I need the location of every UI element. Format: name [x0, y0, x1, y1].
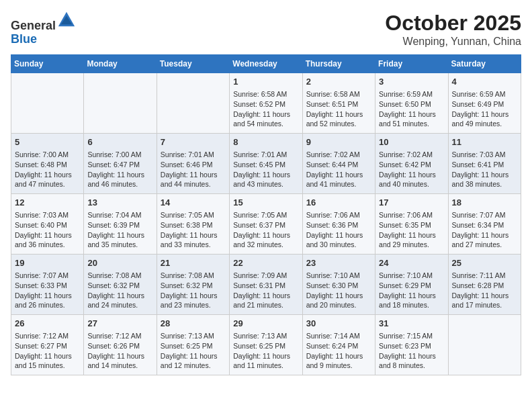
day-info: Sunrise: 7:02 AM Sunset: 6:42 PM Dayligh… [379, 150, 444, 189]
day-cell-8: 8Sunrise: 7:01 AM Sunset: 6:45 PM Daylig… [230, 134, 302, 194]
day-cell-2: 2Sunrise: 6:58 AM Sunset: 6:51 PM Daylig… [302, 73, 375, 134]
day-info: Sunrise: 7:05 AM Sunset: 6:38 PM Dayligh… [161, 210, 226, 250]
day-cell-21: 21Sunrise: 7:08 AM Sunset: 6:32 PM Dayli… [157, 255, 229, 315]
day-info: Sunrise: 7:10 AM Sunset: 6:30 PM Dayligh… [306, 271, 371, 310]
logo-icon [57, 11, 76, 30]
day-cell-3: 3Sunrise: 6:59 AM Sunset: 6:50 PM Daylig… [375, 73, 448, 134]
location-subtitle: Wenping, Yunnan, China [385, 36, 521, 48]
day-info: Sunrise: 7:14 AM Sunset: 6:24 PM Dayligh… [306, 331, 371, 371]
weekday-saturday: Saturday [448, 55, 521, 73]
day-number: 10 [379, 136, 444, 148]
day-number: 24 [379, 257, 444, 269]
day-number: 16 [306, 197, 371, 209]
day-number: 14 [161, 197, 226, 209]
day-info: Sunrise: 7:02 AM Sunset: 6:44 PM Dayligh… [306, 150, 371, 189]
day-cell-4: 4Sunrise: 6:59 AM Sunset: 6:49 PM Daylig… [448, 73, 521, 134]
day-number: 7 [161, 136, 226, 148]
day-cell-7: 7Sunrise: 7:01 AM Sunset: 6:46 PM Daylig… [157, 134, 229, 194]
weekday-monday: Monday [84, 55, 157, 73]
day-cell-25: 25Sunrise: 7:11 AM Sunset: 6:28 PM Dayli… [448, 255, 521, 315]
empty-cell [448, 315, 521, 375]
day-info: Sunrise: 7:05 AM Sunset: 6:37 PM Dayligh… [233, 210, 298, 250]
calendar-header: SundayMondayTuesdayWednesdayThursdayFrid… [11, 55, 521, 73]
day-number: 11 [452, 136, 517, 148]
day-cell-31: 31Sunrise: 7:15 AM Sunset: 6:23 PM Dayli… [375, 315, 448, 375]
day-number: 5 [15, 136, 80, 148]
day-cell-28: 28Sunrise: 7:13 AM Sunset: 6:25 PM Dayli… [157, 315, 229, 375]
empty-cell [157, 73, 229, 134]
logo: General Blue [11, 11, 76, 46]
day-number: 4 [452, 76, 517, 88]
day-number: 25 [452, 257, 517, 269]
day-info: Sunrise: 6:59 AM Sunset: 6:50 PM Dayligh… [379, 89, 444, 129]
day-info: Sunrise: 7:08 AM Sunset: 6:32 PM Dayligh… [161, 271, 226, 310]
weekday-row: SundayMondayTuesdayWednesdayThursdayFrid… [11, 55, 521, 73]
day-number: 27 [87, 318, 152, 330]
day-cell-15: 15Sunrise: 7:05 AM Sunset: 6:37 PM Dayli… [230, 194, 302, 255]
day-cell-27: 27Sunrise: 7:12 AM Sunset: 6:26 PM Dayli… [84, 315, 157, 375]
day-info: Sunrise: 7:07 AM Sunset: 6:34 PM Dayligh… [452, 210, 517, 250]
day-cell-23: 23Sunrise: 7:10 AM Sunset: 6:30 PM Dayli… [302, 255, 375, 315]
week-row-3: 12Sunrise: 7:03 AM Sunset: 6:40 PM Dayli… [11, 194, 521, 255]
day-number: 17 [379, 197, 444, 209]
day-cell-16: 16Sunrise: 7:06 AM Sunset: 6:36 PM Dayli… [302, 194, 375, 255]
day-cell-30: 30Sunrise: 7:14 AM Sunset: 6:24 PM Dayli… [302, 315, 375, 375]
day-info: Sunrise: 7:00 AM Sunset: 6:47 PM Dayligh… [87, 150, 152, 189]
day-cell-18: 18Sunrise: 7:07 AM Sunset: 6:34 PM Dayli… [448, 194, 521, 255]
day-info: Sunrise: 7:00 AM Sunset: 6:48 PM Dayligh… [15, 150, 80, 189]
day-number: 13 [87, 197, 152, 209]
day-number: 29 [233, 318, 298, 330]
day-cell-20: 20Sunrise: 7:08 AM Sunset: 6:32 PM Dayli… [84, 255, 157, 315]
calendar-table: SundayMondayTuesdayWednesdayThursdayFrid… [11, 54, 521, 375]
page-header: General Blue October 2025 Wenping, Yunna… [11, 11, 521, 48]
weekday-sunday: Sunday [11, 55, 84, 73]
weekday-tuesday: Tuesday [157, 55, 229, 73]
day-number: 26 [15, 318, 80, 330]
day-info: Sunrise: 7:10 AM Sunset: 6:29 PM Dayligh… [379, 271, 444, 310]
day-number: 3 [379, 76, 444, 88]
day-cell-1: 1Sunrise: 6:58 AM Sunset: 6:52 PM Daylig… [230, 73, 302, 134]
weekday-friday: Friday [375, 55, 448, 73]
day-info: Sunrise: 7:09 AM Sunset: 6:31 PM Dayligh… [233, 271, 298, 310]
day-info: Sunrise: 7:13 AM Sunset: 6:25 PM Dayligh… [161, 331, 226, 371]
day-info: Sunrise: 7:11 AM Sunset: 6:28 PM Dayligh… [452, 271, 517, 310]
day-number: 2 [306, 76, 371, 88]
day-info: Sunrise: 6:58 AM Sunset: 6:52 PM Dayligh… [233, 89, 298, 129]
day-cell-12: 12Sunrise: 7:03 AM Sunset: 6:40 PM Dayli… [11, 194, 84, 255]
day-cell-24: 24Sunrise: 7:10 AM Sunset: 6:29 PM Dayli… [375, 255, 448, 315]
day-number: 31 [379, 318, 444, 330]
empty-cell [84, 73, 157, 134]
day-info: Sunrise: 7:12 AM Sunset: 6:27 PM Dayligh… [15, 331, 80, 371]
day-cell-14: 14Sunrise: 7:05 AM Sunset: 6:38 PM Dayli… [157, 194, 229, 255]
day-number: 22 [233, 257, 298, 269]
day-info: Sunrise: 7:12 AM Sunset: 6:26 PM Dayligh… [87, 331, 152, 371]
day-info: Sunrise: 7:06 AM Sunset: 6:35 PM Dayligh… [379, 210, 444, 250]
empty-cell [11, 73, 84, 134]
day-number: 12 [15, 197, 80, 209]
day-info: Sunrise: 7:01 AM Sunset: 6:46 PM Dayligh… [161, 150, 226, 189]
day-number: 18 [452, 197, 517, 209]
title-block: October 2025 Wenping, Yunnan, China [385, 11, 521, 48]
day-info: Sunrise: 6:59 AM Sunset: 6:49 PM Dayligh… [452, 89, 517, 129]
day-number: 30 [306, 318, 371, 330]
day-info: Sunrise: 7:04 AM Sunset: 6:39 PM Dayligh… [87, 210, 152, 250]
calendar-body: 1Sunrise: 6:58 AM Sunset: 6:52 PM Daylig… [11, 73, 521, 375]
day-cell-26: 26Sunrise: 7:12 AM Sunset: 6:27 PM Dayli… [11, 315, 84, 375]
week-row-5: 26Sunrise: 7:12 AM Sunset: 6:27 PM Dayli… [11, 315, 521, 375]
day-info: Sunrise: 7:07 AM Sunset: 6:33 PM Dayligh… [15, 271, 80, 310]
day-number: 28 [161, 318, 226, 330]
logo-blue-text: Blue [11, 32, 37, 46]
day-info: Sunrise: 6:58 AM Sunset: 6:51 PM Dayligh… [306, 89, 371, 129]
day-cell-19: 19Sunrise: 7:07 AM Sunset: 6:33 PM Dayli… [11, 255, 84, 315]
day-number: 23 [306, 257, 371, 269]
day-info: Sunrise: 7:01 AM Sunset: 6:45 PM Dayligh… [233, 150, 298, 189]
day-number: 1 [233, 76, 298, 88]
day-number: 9 [306, 136, 371, 148]
day-cell-13: 13Sunrise: 7:04 AM Sunset: 6:39 PM Dayli… [84, 194, 157, 255]
day-cell-5: 5Sunrise: 7:00 AM Sunset: 6:48 PM Daylig… [11, 134, 84, 194]
day-cell-29: 29Sunrise: 7:13 AM Sunset: 6:25 PM Dayli… [230, 315, 302, 375]
weekday-thursday: Thursday [302, 55, 375, 73]
day-cell-10: 10Sunrise: 7:02 AM Sunset: 6:42 PM Dayli… [375, 134, 448, 194]
day-number: 6 [87, 136, 152, 148]
week-row-1: 1Sunrise: 6:58 AM Sunset: 6:52 PM Daylig… [11, 73, 521, 134]
